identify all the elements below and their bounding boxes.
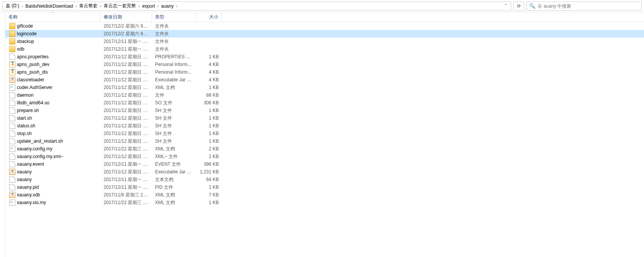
jar-icon — [9, 169, 15, 175]
file-name-label: xauany.event — [17, 161, 44, 167]
main-area: ˄ 名称 修改日期 类型 大小 giftcode2017/12/2 星期六 9:… — [0, 12, 644, 257]
breadcrumb-item[interactable]: 青云志一套完整 — [102, 3, 137, 9]
file-row[interactable]: giftcode2017/12/2 星期六 9:33文件夹 — [5, 22, 644, 30]
file-row[interactable]: coder.AuthServer2017/11/12 星期日 1...XML 文… — [5, 84, 644, 91]
file-name-cell: apns_push_dev — [5, 61, 101, 68]
xml-icon — [9, 199, 15, 206]
file-type-cell: Personal Inform... — [152, 69, 197, 75]
chevron-right-icon: › — [21, 3, 24, 9]
xml-icon — [9, 84, 15, 91]
file-row[interactable]: xdb2017/12/11 星期一 1...文件夹 — [5, 45, 644, 53]
breadcrumb-item[interactable]: 青云整套 — [78, 3, 99, 9]
file-name-label: prepare.sh — [17, 108, 39, 113]
file-date-cell: 2017/12/11 星期一 9:... — [101, 184, 152, 191]
history-dropdown-icon[interactable]: ˅ — [502, 3, 509, 9]
column-size[interactable]: 大小 — [197, 12, 222, 22]
file-type-cell: PID 文件 — [152, 184, 197, 191]
file-name-cell: status.sh — [5, 123, 101, 129]
file-row[interactable]: daemon2017/11/12 星期日 1...文件88 KB — [5, 91, 644, 99]
file-name-cell: prepare.sh — [5, 107, 101, 114]
file-date-cell: 2017/11/8 星期三 21:... — [101, 192, 152, 198]
breadcrumb-item[interactable]: 盘 (D:) — [4, 3, 21, 9]
xml-icon — [9, 146, 15, 152]
file-row[interactable]: apns_push_dis2017/11/12 星期日 1...Personal… — [5, 68, 644, 76]
file-row[interactable]: xauany.config.my2017/11/22 星期三 1:...XML … — [5, 145, 644, 153]
file-type-cell: SH 文件 — [152, 115, 197, 122]
navigation-pane[interactable] — [0, 12, 5, 257]
file-name-label: apns_push_dis — [17, 69, 48, 75]
file-size-cell: 4 KB — [197, 77, 222, 82]
file-date-cell: 2017/11/12 星期日 1... — [101, 100, 152, 106]
file-name-label: xauany.config.my.xml~ — [17, 154, 63, 159]
column-date[interactable]: 修改日期 — [101, 12, 152, 22]
file-size-cell: 2 KB — [197, 154, 222, 159]
file-type-cell: 文本文档 — [152, 176, 197, 183]
file-icon — [9, 130, 15, 137]
breadcrumb[interactable]: 盘 (D:) › BaiduNetdiskDownload › 青云整套 › 青… — [2, 2, 511, 11]
file-row[interactable]: xauany.xdb2017/11/8 星期三 21:...XML 文档7 KB — [5, 191, 644, 199]
file-type-cell: 文件夹 — [152, 31, 197, 37]
file-icon — [9, 153, 15, 160]
file-row[interactable]: xauany.config.my.xml~2017/11/12 星期日 1...… — [5, 153, 644, 160]
file-row[interactable]: xauany.xio.my2017/11/22 星期三 1:...XML 文档1… — [5, 199, 644, 206]
file-size-cell: 1 KB — [197, 54, 222, 59]
file-name-label: stop.sh — [17, 131, 32, 136]
file-size-cell: 396 KB — [197, 161, 222, 167]
file-row[interactable]: xauany.event2017/12/11 星期一 9:...EVENT 文件… — [5, 160, 644, 168]
file-row[interactable]: classreloader2017/11/12 星期日 1...Executab… — [5, 76, 644, 84]
breadcrumb-item[interactable]: BaiduNetdiskDownload — [24, 3, 74, 9]
column-name-label: 名称 — [8, 14, 18, 20]
file-type-cell: XML~ 文件 — [152, 153, 197, 160]
search-box[interactable]: 🔍 — [527, 2, 642, 11]
file-date-cell: 2017/11/12 星期日 1... — [101, 115, 152, 122]
file-name-label: status.sh — [17, 123, 35, 128]
file-name-label: xauany.pid — [17, 185, 39, 190]
file-row[interactable]: xauany2017/11/12 星期日 1...Executable Jar … — [5, 168, 644, 176]
file-name-label: xauany.xdb — [17, 192, 40, 198]
chevron-right-icon: › — [137, 3, 140, 9]
breadcrumb-item[interactable]: export — [140, 3, 156, 9]
file-row[interactable]: xauany.pid2017/12/11 星期一 9:...PID 文件1 KB — [5, 183, 644, 191]
file-row[interactable]: xbackup2017/12/11 星期一 1...文件夹 — [5, 38, 644, 45]
file-size-cell: 1 KB — [197, 85, 222, 90]
file-row[interactable]: start.sh2017/11/12 星期日 1...SH 文件1 KB — [5, 114, 644, 122]
file-row[interactable]: status.sh2017/11/12 星期日 1...SH 文件1 KB — [5, 122, 644, 130]
file-name-label: xauany.config.my — [17, 146, 53, 152]
file-size-cell: 7 KB — [197, 192, 222, 198]
file-size-cell: 1 KB — [197, 115, 222, 121]
file-row[interactable]: stop.sh2017/11/12 星期日 1...SH 文件1 KB — [5, 130, 644, 137]
file-row[interactable]: apns.properties2017/11/12 星期日 1...PROPER… — [5, 53, 644, 61]
file-date-cell: 2017/11/12 星期日 1... — [101, 107, 152, 114]
file-size-cell: 1 KB — [197, 200, 222, 205]
file-date-cell: 2017/11/12 星期日 1... — [101, 130, 152, 137]
file-row[interactable]: apns_push_dev2017/11/12 星期日 1...Personal… — [5, 61, 644, 68]
cert-icon — [9, 69, 15, 75]
file-date-cell: 2017/11/12 星期日 1... — [101, 84, 152, 91]
file-icon — [9, 176, 15, 183]
file-row[interactable]: xauany2017/12/11 星期一 9:...文本文档64 KB — [5, 176, 644, 183]
file-icon — [9, 115, 15, 121]
column-type[interactable]: 类型 — [152, 12, 197, 22]
file-date-cell: 2017/11/12 星期日 1... — [101, 138, 152, 145]
file-type-cell: XML 文档 — [152, 192, 197, 198]
file-size-cell: 1 KB — [197, 185, 222, 190]
refresh-button[interactable]: ⟳ — [514, 2, 524, 11]
column-name[interactable]: ˄ 名称 — [5, 12, 101, 22]
file-date-cell: 2017/12/2 星期六 9:33 — [101, 23, 152, 30]
breadcrumb-item[interactable]: auany — [160, 3, 175, 9]
file-name-cell: classreloader — [5, 77, 101, 83]
file-name-label: apns_push_dev — [17, 62, 50, 67]
file-name-cell: start.sh — [5, 115, 101, 121]
file-row[interactable]: logincode2017/12/2 星期六 9:33文件夹 — [5, 30, 644, 38]
search-input[interactable] — [538, 3, 639, 9]
file-size-cell: 88 KB — [197, 92, 222, 98]
file-row[interactable]: update_and_restart.sh2017/11/12 星期日 1...… — [5, 137, 644, 145]
file-icon — [9, 161, 15, 167]
file-name-cell: xauany — [5, 176, 101, 183]
file-date-cell: 2017/12/2 星期六 9:33 — [101, 31, 152, 37]
file-row[interactable]: prepare.sh2017/11/12 星期日 1...SH 文件1 KB — [5, 107, 644, 114]
file-type-cell: Personal Inform... — [152, 62, 197, 67]
file-name-label: libdb_amd64.so — [17, 100, 50, 105]
folder-icon — [9, 31, 15, 37]
file-row[interactable]: libdb_amd64.so2017/11/12 星期日 1...SO 文件30… — [5, 99, 644, 107]
